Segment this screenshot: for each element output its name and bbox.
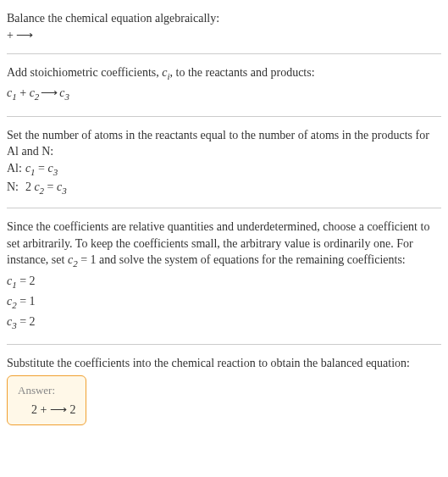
eq-c3-val: = 2 — [17, 315, 36, 328]
al-c1: c1 — [25, 162, 36, 175]
plus: + — [17, 86, 30, 99]
al-label: Al: — [7, 160, 25, 179]
eq-c2: c2 = 1 — [7, 293, 441, 312]
eq-c1: c1 = 2 — [7, 273, 441, 291]
divider — [7, 208, 441, 208]
problem-equation: + ⟶ — [7, 27, 441, 44]
section-solve: Since the coefficients are relative quan… — [7, 215, 441, 337]
eq-c3-sym: c3 — [7, 315, 17, 328]
c2: c2 — [30, 86, 40, 99]
section-atoms: Set the number of atoms in the reactants… — [7, 124, 441, 202]
n-row: N: 2 c2 = c3 — [7, 179, 70, 197]
answer-content: 2 + ⟶ 2 — [18, 402, 75, 419]
solve-text-part2: = 1 and solve the system of equations fo… — [78, 253, 406, 266]
arrow-icon: ⟶ — [39, 85, 59, 102]
coeff-text: Add stoichiometric coefficients, ci, to … — [7, 64, 441, 83]
atoms-equations: Al: c1 = c3 N: 2 c2 = c3 — [7, 160, 70, 197]
al-eq: = — [36, 162, 48, 175]
ci-symbol: ci — [162, 66, 169, 79]
eq-c1-sym: c1 — [7, 275, 17, 287]
coeff-equation: c1 + c2 ⟶ c3 — [7, 85, 441, 103]
al-c3-sub: 3 — [53, 167, 58, 177]
divider — [7, 344, 441, 345]
c1: c1 — [7, 86, 17, 99]
n-two: 2 — [25, 180, 35, 193]
c3-sub: 3 — [65, 92, 70, 102]
n-label: N: — [7, 179, 25, 197]
n-c2: c2 — [34, 180, 44, 193]
section-substitute: Substitute the coefficients into the che… — [7, 352, 441, 429]
divider — [7, 53, 441, 54]
section-problem: Balance the chemical equation algebraica… — [7, 7, 441, 47]
eq-c1-val: = 2 — [17, 275, 36, 287]
answer-box: Answer: 2 + ⟶ 2 — [7, 375, 86, 426]
section-coefficients: Add stoichiometric coefficients, ci, to … — [7, 61, 441, 108]
substitute-text: Substitute the coefficients into the che… — [7, 355, 441, 372]
al-c3: c3 — [48, 162, 58, 175]
n-equation: 2 c2 = c3 — [25, 179, 70, 197]
n-c3: c3 — [57, 180, 67, 193]
eq-c2-sym: c2 — [7, 295, 17, 308]
solve-c2: c2 — [68, 253, 78, 266]
answer-label: Answer: — [18, 383, 75, 398]
al-row: Al: c1 = c3 — [7, 160, 70, 179]
atoms-text: Set the number of atoms in the reactants… — [7, 127, 441, 160]
divider — [7, 116, 441, 117]
n-eq: = — [44, 180, 57, 193]
eq-c3: c3 = 2 — [7, 313, 441, 332]
c3: c3 — [59, 86, 69, 99]
eq-c2-val: = 1 — [17, 295, 36, 308]
problem-text: Balance the chemical equation algebraica… — [7, 10, 441, 27]
coeff-text-part2: , to the reactants and products: — [170, 66, 315, 79]
al-equation: c1 = c3 — [25, 160, 70, 179]
coeff-text-part1: Add stoichiometric coefficients, — [7, 66, 162, 79]
n-c3-sub: 3 — [62, 186, 67, 196]
solve-text: Since the coefficients are relative quan… — [7, 219, 441, 270]
